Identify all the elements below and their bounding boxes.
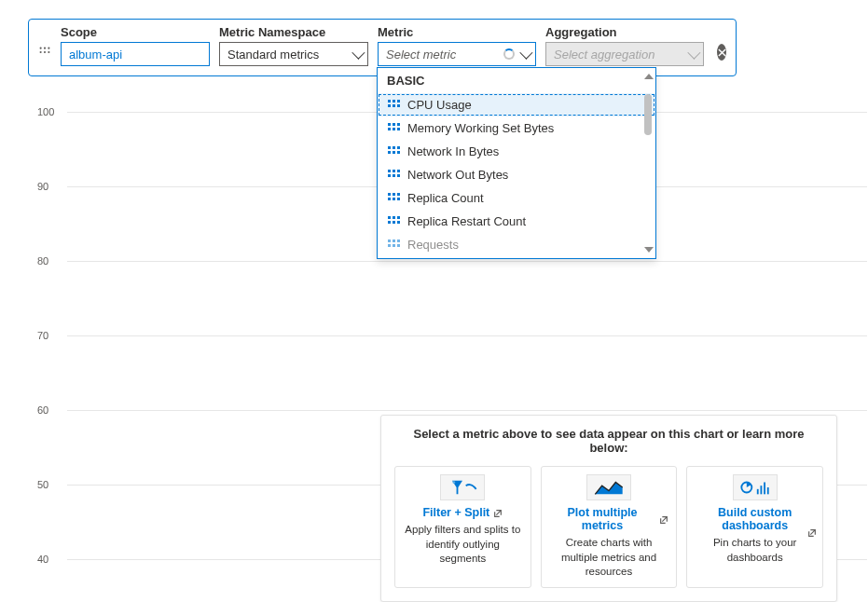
svg-rect-44 — [397, 239, 400, 242]
svg-rect-19 — [393, 146, 395, 149]
svg-rect-17 — [397, 128, 400, 130]
svg-rect-15 — [388, 128, 391, 130]
scope-value: album-api — [69, 48, 122, 62]
dropdown-section-header: BASIC — [378, 68, 655, 93]
drag-handle-icon[interactable] — [38, 37, 51, 54]
svg-rect-36 — [388, 216, 391, 219]
y-axis-tick-label: 50 — [37, 479, 48, 490]
metric-icon — [387, 215, 400, 228]
dashboard-card-icon — [733, 474, 778, 500]
svg-rect-6 — [388, 100, 391, 103]
scope-selector[interactable]: album-api — [61, 42, 210, 66]
svg-rect-29 — [397, 174, 400, 177]
svg-rect-33 — [388, 198, 391, 200]
dropdown-item-label: Memory Working Set Bytes — [407, 121, 554, 135]
dropdown-item[interactable]: Network Out Bytes — [378, 163, 655, 186]
dropdown-item[interactable]: Requests — [378, 233, 655, 256]
svg-rect-21 — [388, 151, 391, 154]
namespace-value: Standard metrics — [227, 48, 319, 62]
filter-card-icon — [440, 474, 485, 500]
svg-rect-24 — [388, 170, 391, 172]
svg-rect-27 — [388, 174, 391, 177]
svg-point-2 — [48, 48, 49, 49]
svg-rect-38 — [397, 216, 400, 219]
metric-icon — [387, 239, 400, 252]
svg-rect-10 — [393, 104, 395, 107]
svg-rect-42 — [388, 239, 391, 242]
dropdown-item-label: Network Out Bytes — [407, 168, 508, 182]
svg-rect-13 — [393, 123, 395, 126]
metric-selector[interactable]: Select metric — [378, 42, 536, 66]
scroll-thumb[interactable] — [644, 94, 652, 135]
svg-rect-53 — [767, 487, 769, 494]
y-axis-tick-label: 90 — [37, 181, 48, 192]
aggregation-label: Aggregation — [545, 25, 704, 39]
y-axis-tick-label: 70 — [37, 330, 48, 341]
metric-icon — [387, 169, 400, 182]
svg-rect-43 — [393, 239, 395, 242]
svg-point-3 — [40, 51, 42, 53]
aggregation-field: Aggregation Select aggregation — [545, 25, 704, 66]
svg-point-0 — [40, 48, 42, 49]
svg-rect-41 — [397, 221, 400, 224]
namespace-label: Metric Namespace — [219, 25, 368, 39]
scope-field: Scope album-api — [61, 25, 210, 66]
namespace-selector[interactable]: Standard metrics — [219, 42, 368, 66]
plot-card-icon — [586, 474, 631, 500]
dropdown-item[interactable]: Replica Count — [378, 186, 655, 210]
scroll-down-icon[interactable] — [644, 247, 654, 253]
svg-point-49 — [741, 483, 751, 493]
y-axis-tick-label: 60 — [37, 404, 48, 416]
metric-label: Metric — [378, 25, 536, 39]
help-cards-row: Filter + SplitApply filters and splits t… — [394, 466, 823, 588]
svg-rect-16 — [393, 128, 395, 130]
dropdown-item-label: Replica Count — [407, 191, 484, 205]
svg-rect-25 — [393, 170, 395, 172]
remove-filter-button[interactable] — [717, 44, 726, 61]
metric-icon — [387, 122, 400, 135]
svg-rect-34 — [393, 198, 395, 200]
external-link-icon — [493, 508, 503, 517]
svg-point-5 — [48, 51, 49, 53]
metric-dropdown: BASIC CPU UsageMemory Working Set BytesN… — [377, 67, 656, 259]
svg-rect-26 — [397, 170, 400, 172]
help-card-link[interactable]: Filter + Split — [422, 506, 503, 519]
metric-field: Metric Select metric — [378, 25, 536, 66]
external-link-icon — [659, 514, 668, 524]
svg-rect-35 — [397, 198, 400, 200]
svg-rect-18 — [388, 146, 391, 149]
svg-rect-51 — [760, 486, 762, 494]
help-card-desc: Apply filters and splits to identify out… — [403, 523, 523, 567]
dropdown-item[interactable]: CPU Usage — [378, 93, 655, 116]
dropdown-list: CPU UsageMemory Working Set BytesNetwork… — [378, 93, 655, 258]
dropdown-item[interactable]: Memory Working Set Bytes — [378, 116, 655, 140]
metric-icon — [387, 145, 400, 158]
svg-rect-22 — [393, 151, 395, 154]
external-link-icon[interactable] — [807, 527, 817, 536]
svg-rect-37 — [393, 216, 395, 219]
chevron-down-icon — [687, 47, 700, 60]
svg-rect-11 — [397, 104, 400, 107]
scroll-up-icon[interactable] — [644, 74, 654, 79]
svg-rect-23 — [397, 151, 400, 154]
y-axis-tick-label: 40 — [37, 554, 48, 565]
svg-point-4 — [44, 51, 46, 53]
svg-rect-7 — [393, 100, 395, 103]
svg-rect-20 — [397, 146, 400, 149]
y-axis-tick-label: 80 — [37, 255, 48, 267]
chevron-down-icon — [351, 47, 365, 60]
help-card-desc: Pin charts to your dashboards — [695, 536, 815, 565]
help-card-link[interactable]: Plot multiple metrics — [549, 506, 669, 532]
dropdown-item[interactable]: Network In Bytes — [378, 140, 655, 163]
gridline — [67, 410, 867, 411]
dropdown-item-label: Requests — [407, 238, 459, 252]
dropdown-item[interactable]: Replica Restart Count — [378, 210, 655, 233]
help-card-link-text: Build custom dashboards — [695, 506, 815, 532]
help-card-link-text: Filter + Split — [422, 506, 489, 519]
dropdown-scrollbar[interactable] — [644, 72, 654, 254]
help-card-link[interactable]: Build custom dashboards — [695, 506, 815, 532]
help-title: Select a metric above to see data appear… — [394, 427, 823, 455]
chevron-down-icon — [519, 47, 532, 60]
scope-label: Scope — [61, 25, 210, 39]
svg-point-1 — [44, 48, 46, 49]
